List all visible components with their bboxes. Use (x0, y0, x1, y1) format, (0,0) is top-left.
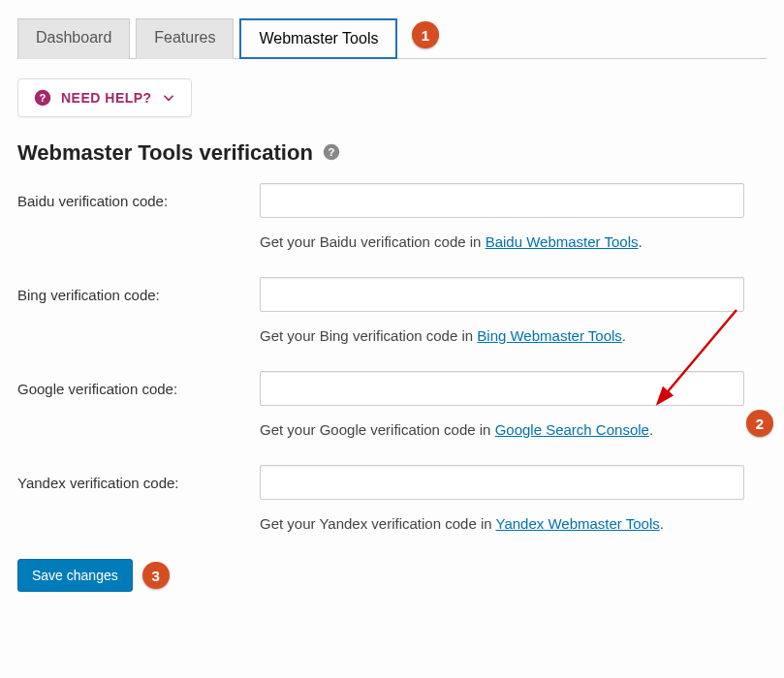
yandex-label: Yandex verification code: (17, 465, 260, 491)
yandex-helper: Get your Yandex verification code in Yan… (260, 506, 767, 532)
baidu-label: Baidu verification code: (17, 183, 260, 209)
google-label: Google verification code: (17, 371, 260, 397)
bing-label: Bing verification code: (17, 277, 260, 303)
svg-text:?: ? (328, 145, 334, 157)
field-row-google: Google verification code: (17, 371, 767, 406)
help-icon[interactable]: ? (323, 143, 340, 164)
bing-link[interactable]: Bing Webmaster Tools (477, 327, 622, 344)
save-changes-button[interactable]: Save changes (17, 559, 133, 592)
annotation-callout-3: 3 (142, 562, 170, 589)
chevron-down-icon (162, 91, 175, 105)
bing-helper: Get your Bing verification code in Bing … (260, 318, 767, 344)
tab-dashboard[interactable]: Dashboard (17, 18, 130, 59)
field-row-yandex: Yandex verification code: (17, 465, 767, 500)
baidu-link[interactable]: Baidu Webmaster Tools (486, 233, 639, 250)
yandex-input[interactable] (260, 465, 744, 500)
baidu-input[interactable] (260, 183, 744, 218)
field-row-bing: Bing verification code: (17, 277, 767, 312)
annotation-callout-1: 1 (412, 21, 439, 48)
svg-text:?: ? (39, 92, 46, 104)
google-helper: Get your Google verification code in Goo… (260, 412, 767, 438)
google-link[interactable]: Google Search Console (495, 421, 649, 438)
settings-tabs: Dashboard Features Webmaster Tools (17, 17, 767, 59)
tab-features[interactable]: Features (136, 18, 234, 59)
section-heading: Webmaster Tools verification ? (17, 140, 767, 166)
bing-input[interactable] (260, 277, 744, 312)
tab-webmaster-tools[interactable]: Webmaster Tools (239, 18, 397, 59)
baidu-helper: Get your Baidu verification code in Baid… (260, 224, 767, 250)
question-icon: ? (34, 89, 51, 107)
yandex-link[interactable]: Yandex Webmaster Tools (495, 515, 659, 532)
google-input[interactable] (260, 371, 744, 406)
page-title: Webmaster Tools verification (17, 140, 313, 166)
annotation-callout-2: 2 (746, 410, 773, 437)
field-row-baidu: Baidu verification code: (17, 183, 767, 218)
need-help-label: NEED HELP? (61, 90, 152, 106)
need-help-button[interactable]: ? NEED HELP? (17, 78, 192, 117)
